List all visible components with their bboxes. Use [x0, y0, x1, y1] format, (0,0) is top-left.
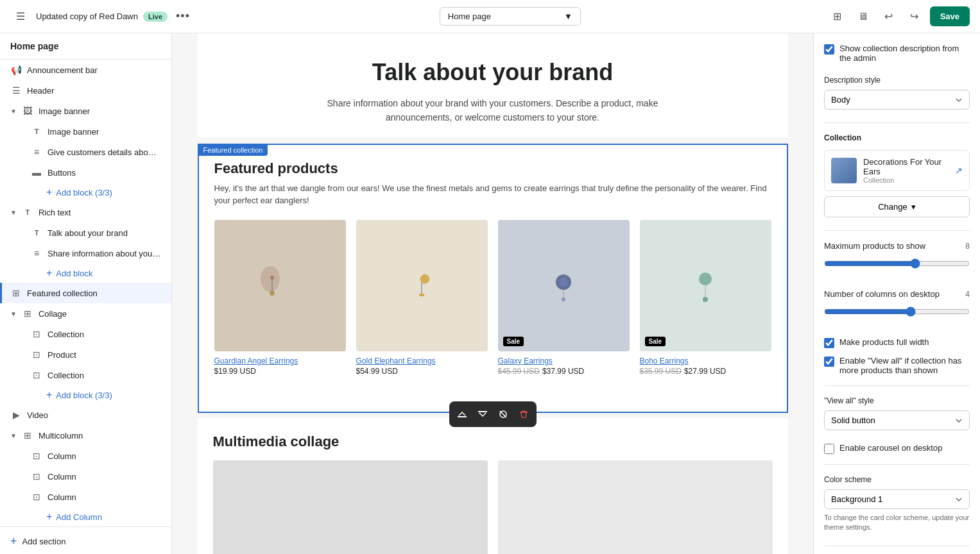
- sale-badge: Sale: [645, 337, 666, 346]
- sidebar-item-collage-group[interactable]: ▼ ⊞ Collage: [0, 303, 171, 324]
- product-image-placeholder: [399, 263, 444, 308]
- product-name[interactable]: Guardian Angel Earrings: [214, 357, 346, 365]
- svg-point-11: [703, 297, 708, 302]
- description-style-select[interactable]: Body Subtitle Caption: [824, 90, 970, 110]
- sidebar-item-collection-2[interactable]: ⊡ Collection: [23, 365, 171, 385]
- sidebar-item-multicolumn-group[interactable]: ▼ ⊞ Multicolumn: [0, 425, 171, 446]
- grid-view-button[interactable]: ⊞: [827, 6, 848, 27]
- svg-point-3: [270, 290, 275, 296]
- sidebar-item-header[interactable]: ☰ Header: [0, 80, 171, 101]
- multimedia-section: Multimedia collage Example product title: [198, 418, 788, 554]
- move-down-button[interactable]: [472, 404, 493, 424]
- chevron-down-icon: ▼: [10, 108, 17, 115]
- topbar: ☰ Updated copy of Red Dawn Live ••• Home…: [0, 0, 980, 33]
- sidebar-item-label: Video: [27, 410, 161, 420]
- product-card: Guardian Angel Earrings $19.99 USD: [214, 220, 346, 376]
- sidebar-item-image-banner-group[interactable]: ▼ 🖼 Image banner: [0, 101, 171, 121]
- change-button[interactable]: Change ▾: [824, 196, 970, 217]
- redo-button[interactable]: ↪: [904, 6, 925, 27]
- color-scheme-note: To change the card color scheme, update …: [824, 513, 970, 533]
- divider: [824, 122, 970, 123]
- sidebar-item-label: Column: [47, 451, 161, 461]
- product-name[interactable]: Boho Earrings: [640, 357, 771, 365]
- view-all-checkbox[interactable]: [824, 357, 834, 367]
- sidebar-item-column-2[interactable]: ⊡ Column: [23, 466, 171, 487]
- add-section-button[interactable]: + Add section: [0, 527, 171, 554]
- external-link-icon[interactable]: ↗: [955, 165, 963, 176]
- divider: [824, 230, 970, 231]
- sidebar-item-label: Column: [47, 472, 161, 482]
- topbar-title: Updated copy of Red Dawn: [36, 12, 138, 21]
- sidebar-item-share-info[interactable]: ≡ Share information about your b...: [23, 243, 171, 264]
- view-all-style-select[interactable]: Solid button Outline button Link: [824, 410, 970, 430]
- more-options-button[interactable]: •••: [173, 6, 193, 27]
- column-icon: ⊡: [31, 491, 42, 503]
- announcement-bar-icon: 📢: [10, 64, 22, 76]
- add-column-button[interactable]: + Add Column: [23, 507, 171, 526]
- page-select[interactable]: Home page ▼: [440, 7, 581, 26]
- product-image: Sale: [640, 220, 771, 351]
- sidebar-item-image-banner[interactable]: T Image banner: [23, 121, 171, 142]
- product-image-placeholder: [254, 260, 305, 311]
- topbar-actions: ⊞ 🖥 ↩ ↪ Save: [827, 6, 970, 27]
- sidebar-item-announcement-bar[interactable]: 📢 Announcement bar: [0, 60, 171, 80]
- toolbar-spacer: [199, 391, 787, 412]
- max-products-slider[interactable]: [824, 258, 970, 269]
- products-grid: Guardian Angel Earrings $19.99 USD: [214, 220, 771, 376]
- make-full-width-checkbox[interactable]: [824, 338, 834, 348]
- undo-button[interactable]: ↩: [879, 6, 899, 27]
- max-products-row: Maximum products to show 8: [824, 241, 970, 251]
- add-block-2-button[interactable]: + Add block: [23, 264, 171, 283]
- show-collection-desc-row: Show collection description from the adm…: [824, 44, 970, 63]
- desktop-view-button[interactable]: 🖥: [853, 6, 873, 27]
- canvas-inner: Talk about your brand Share information …: [198, 33, 788, 554]
- rich-text-sub: T Talk about your brand ≡ Share informat…: [0, 222, 171, 283]
- sidebar-footer: + Add section ⚙ Theme settings: [0, 526, 171, 554]
- rich-text-section: Talk about your brand Share information …: [198, 33, 788, 138]
- right-panel: Show collection description from the adm…: [813, 33, 980, 554]
- sidebar-item-buttons[interactable]: ▬ Buttons: [23, 162, 171, 183]
- sidebar-item-column-3[interactable]: ⊡ Column: [23, 487, 171, 507]
- collection-thumbnail: [831, 158, 857, 183]
- product-name[interactable]: Gold Elephant Earrings: [356, 357, 488, 365]
- make-full-width-row: Make products full width: [824, 337, 970, 348]
- sidebar-item-rich-text-group[interactable]: ▼ T Rich text: [0, 202, 171, 222]
- sidebar-item-column-1[interactable]: ⊡ Column: [23, 446, 171, 466]
- sidebar-item-label: Announcement bar: [27, 65, 161, 75]
- sidebar-item-featured-collection[interactable]: ⊞ Featured collection: [0, 283, 171, 303]
- max-products-label: Maximum products to show: [824, 241, 957, 251]
- sidebar-item-give-customers[interactable]: ≡ Give customers details about t...: [23, 142, 171, 162]
- featured-collection-wrapper: Featured collection Featured products He…: [198, 144, 788, 413]
- add-block-1-button[interactable]: + Add block (3/3): [23, 183, 171, 202]
- text-block-icon: ≡: [31, 146, 42, 158]
- add-block-3-button[interactable]: + Add block (3/3): [23, 385, 171, 405]
- enable-carousel-checkbox[interactable]: [824, 444, 834, 454]
- plus-icon: +: [46, 267, 52, 279]
- sidebar-item-video[interactable]: ▶ Video: [0, 405, 171, 425]
- product-name[interactable]: Galaxy Earrings: [498, 357, 630, 365]
- collage-item-2: Example product title: [498, 460, 773, 554]
- color-scheme-select[interactable]: Background 1 Background 2 Inverse: [824, 489, 970, 509]
- sidebar-item-talk-about-brand[interactable]: T Talk about your brand: [23, 222, 171, 243]
- product-image: Sale: [498, 220, 630, 351]
- image-banner-sub: T Image banner ≡ Give customers details …: [0, 121, 171, 202]
- move-up-button[interactable]: [452, 404, 472, 424]
- collection-sub: Collection: [863, 176, 949, 184]
- show-collection-desc-checkbox[interactable]: [824, 44, 834, 55]
- text-icon: T: [31, 227, 42, 239]
- back-button[interactable]: ☰: [10, 6, 31, 27]
- sidebar-item-product-1[interactable]: ⊡ Product: [23, 344, 171, 365]
- sidebar-item-collection-1[interactable]: ⊡ Collection: [23, 324, 171, 344]
- delete-section-button[interactable]: [513, 404, 534, 424]
- save-button[interactable]: Save: [930, 6, 970, 26]
- collection-info: Decorations For Your Ears Collection: [863, 157, 949, 184]
- chevron-down-icon: ▾: [911, 202, 916, 212]
- plus-icon: +: [46, 511, 52, 523]
- columns-section: Number of columns on desktop 4: [824, 289, 970, 324]
- change-label: Change: [878, 202, 907, 212]
- enable-carousel-label: Enable carousel on desktop: [839, 443, 942, 453]
- chevron-down-icon: ▼: [10, 432, 17, 439]
- sidebar-item-label: Give customers details about t...: [47, 147, 161, 157]
- hide-button[interactable]: [493, 404, 513, 424]
- columns-slider[interactable]: [824, 306, 970, 317]
